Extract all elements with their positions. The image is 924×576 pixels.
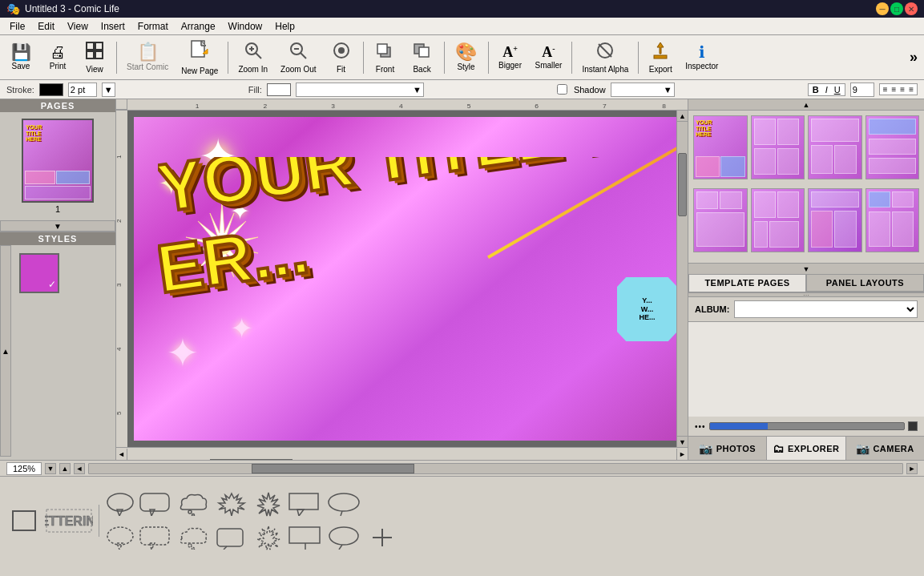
pages-scroll-down[interactable]: ▼ [0, 220, 115, 232]
scroll-up-button[interactable]: ▲ [677, 111, 688, 122]
svg-rect-59 [140, 527, 169, 545]
cloud-bubble[interactable] [176, 489, 211, 518]
oval-bubble-down[interactable] [105, 523, 135, 552]
back-button[interactable]: Back [405, 38, 440, 78]
template-4[interactable] [865, 115, 920, 179]
stroke-fill-toolbar: Stroke: ▼ Fill: ▼ Shadow ▼ B I U 9 ≡ ≡ ≡… [0, 80, 924, 99]
save-button[interactable]: 💾 Save [3, 38, 38, 78]
stroke-input[interactable] [68, 83, 97, 97]
panel-shape[interactable] [6, 503, 42, 538]
menu-view[interactable]: View [61, 19, 95, 34]
rect-bubble-alt[interactable] [288, 523, 323, 552]
template-2[interactable] [751, 115, 805, 179]
album-label: ALBUM: [695, 304, 729, 314]
maximize-button[interactable]: □ [890, 2, 903, 15]
bigger-button[interactable]: A+ Bigger [493, 38, 528, 78]
tab-explorer[interactable]: 🗂 EXPLORER [767, 437, 845, 460]
tab-camera[interactable]: 📷 CAMERA [846, 437, 924, 460]
template-8[interactable] [865, 188, 920, 252]
main-area: PAGES YOURTITLEHERE 1 ▼ STYLES ▲ [0, 99, 924, 460]
canvas-scroll-right[interactable]: ► [906, 463, 918, 474]
menu-window[interactable]: Window [222, 19, 269, 34]
bold-button[interactable]: B [810, 85, 821, 95]
font-size-input[interactable]: 9 [850, 83, 874, 97]
align-justify-button[interactable]: ≡ [907, 85, 915, 94]
menu-format[interactable]: Format [131, 19, 175, 34]
cloud-bubble-alt[interactable] [176, 523, 211, 552]
export-button[interactable]: Export [643, 38, 678, 78]
tab-photos[interactable]: 📷 PHOTOS [688, 437, 767, 460]
ellipse-bubble[interactable] [326, 489, 361, 518]
rect-bubble[interactable] [288, 489, 323, 518]
starburst-bubble[interactable] [252, 489, 284, 518]
menu-arrange[interactable]: Arrange [175, 19, 222, 34]
page-thumb-1[interactable]: YOURTITLEHERE [22, 119, 94, 203]
svg-rect-43 [127, 448, 676, 459]
print-button[interactable]: 🖨 Print [40, 38, 75, 78]
front-button[interactable]: Front [368, 38, 403, 78]
add-element-button[interactable] [365, 523, 400, 552]
stroke-color-box[interactable] [39, 83, 63, 96]
stroke-dropdown[interactable]: ▼ [102, 83, 115, 97]
instant-alpha-button[interactable]: Instant Alpha [576, 38, 634, 78]
rounded-bubble-down[interactable] [139, 523, 172, 552]
canvas-scrollbar-h-bottom[interactable] [88, 463, 903, 474]
template-6[interactable] [751, 188, 805, 252]
styles-scroll-up[interactable]: ▲ [0, 245, 11, 457]
start-comic-button[interactable]: 📋 Start Comic [121, 38, 174, 78]
view-button[interactable]: View [77, 38, 112, 78]
smaller-button[interactable]: A- Smaller [530, 38, 568, 78]
canvas[interactable]: ✦ ✦ ✦ ✦ ✦ [127, 111, 688, 447]
template-1[interactable]: YOURTITLEHERE [693, 115, 748, 179]
menu-help[interactable]: Help [268, 19, 301, 34]
pages-panel: PAGES YOURTITLEHERE 1 ▼ [0, 99, 116, 232]
inspector-button[interactable]: ℹ Inspector [680, 38, 724, 78]
align-left-button[interactable]: ≡ [882, 85, 890, 94]
canvas-scroll-left[interactable]: ◄ [74, 463, 85, 474]
menu-edit[interactable]: Edit [31, 19, 61, 34]
shadow-checkbox[interactable] [557, 84, 567, 95]
spike-bubble-alt[interactable] [214, 523, 249, 552]
close-button[interactable]: ✕ [905, 2, 918, 15]
tab-template-pages[interactable]: TEMPLATE PAGES [688, 274, 806, 292]
menu-insert[interactable]: Insert [95, 19, 131, 34]
zoom-value[interactable] [6, 462, 42, 475]
template-3[interactable] [808, 115, 862, 179]
template-7[interactable] [808, 188, 862, 252]
align-right-button[interactable]: ≡ [898, 85, 906, 94]
shadow-dropdown[interactable]: ▼ [611, 83, 675, 97]
lettering-shape[interactable]: LETTERING [45, 503, 93, 538]
template-5[interactable] [693, 188, 748, 252]
tab-panel-layouts[interactable]: PANEL LAYOUTS [806, 274, 924, 292]
style-swatch-purple[interactable]: ✓ [19, 253, 59, 293]
fit-button[interactable]: Fit [324, 38, 359, 78]
menu-file[interactable]: File [3, 19, 31, 34]
minimize-button[interactable]: ─ [876, 2, 889, 15]
album-select[interactable] [734, 300, 918, 318]
fill-color-box[interactable] [267, 83, 291, 96]
scroll-left-button[interactable]: ◄ [116, 449, 127, 460]
zoom-step-down[interactable]: ▼ [45, 463, 56, 474]
templates-scroll-down[interactable]: ▼ [688, 263, 924, 274]
oval-bubble[interactable] [105, 489, 135, 518]
svg-text:5: 5 [467, 103, 471, 110]
circle-bubble[interactable] [326, 523, 361, 552]
align-center-button[interactable]: ≡ [890, 85, 898, 94]
more-tools-button[interactable]: » [906, 46, 921, 69]
rounded-bubble[interactable] [139, 489, 172, 518]
zoom-out-button[interactable]: Zoom Out [275, 38, 321, 78]
canvas-scrollbar-h[interactable]: ◄ ► [116, 447, 688, 460]
zoom-step-up[interactable]: ▲ [59, 463, 71, 474]
spike-bubble[interactable] [214, 489, 249, 518]
style-button[interactable]: 🎨 Style [449, 38, 484, 78]
scroll-right-button[interactable]: ► [676, 449, 688, 460]
starburst-bubble-alt[interactable] [252, 523, 284, 552]
fill-dropdown[interactable]: ▼ [296, 83, 424, 97]
scroll-down-button[interactable]: ▼ [677, 436, 688, 447]
templates-scroll-up[interactable]: ▲ [688, 99, 924, 111]
zoom-in-button[interactable]: Zoom In [232, 38, 273, 78]
new-page-button[interactable]: New Page [176, 38, 224, 78]
underline-button[interactable]: U [832, 85, 843, 95]
canvas-scrollbar-v[interactable]: ▲ ▼ [676, 111, 688, 447]
italic-button[interactable]: I [823, 85, 830, 95]
